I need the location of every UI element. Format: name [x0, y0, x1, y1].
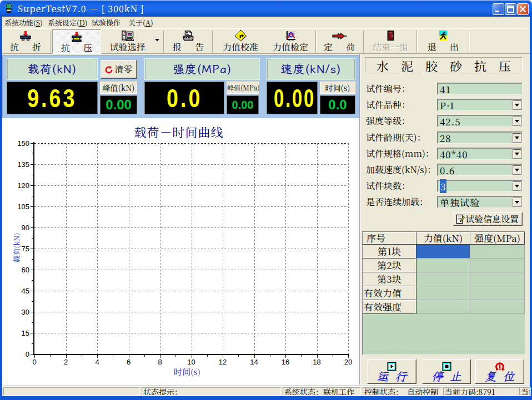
toolbar-test-select-label: 试验选择 [103, 42, 152, 52]
load-rate-combo[interactable]: 0.6 [437, 164, 523, 176]
table-cell-strength-1[interactable] [470, 245, 525, 259]
stop-button[interactable]: 停止 [422, 359, 471, 384]
menu-system-functions[interactable]: 系统功能(S) [1, 17, 47, 28]
toolbar-force-calibration-button[interactable]: 力值校准 [214, 30, 267, 53]
close-button[interactable] [517, 3, 529, 15]
svg-text:14: 14 [250, 358, 258, 366]
toolbar-report-button[interactable]: 报告 [165, 30, 211, 53]
svg-text:120: 120 [17, 181, 29, 190]
status-panel-empty [3, 387, 140, 396]
reset-button[interactable]: 复位 [475, 359, 524, 384]
toolbar-force-verification-label: 力值检定 [267, 42, 314, 52]
table-cell-force-effective[interactable] [416, 300, 470, 314]
menu-system-settings[interactable]: 系统设定(D) [44, 17, 91, 28]
toolbar-test-select-dropdown[interactable] [152, 30, 161, 53]
reset-label: 复位 [475, 370, 524, 382]
svg-text:30: 30 [22, 308, 29, 316]
block-count-combo[interactable]: 3 [437, 180, 523, 192]
toolbar-separator [416, 31, 418, 53]
compression-test-icon [53, 32, 101, 42]
panel-divider [359, 54, 362, 384]
svg-text:20: 20 [344, 358, 352, 366]
titlebar[interactable]: SuperTestV7.0 － [ 300kN ] [0, 0, 532, 17]
combo-arrow-icon [515, 104, 519, 107]
calibration-sign-icon [214, 31, 267, 40]
toolbar-test-select-button[interactable]: 试验选择 [103, 30, 152, 53]
load-rate-label: 加载速度(kN/s)： [366, 164, 436, 176]
chart-magnifier-icon [267, 31, 314, 40]
printer-icon [165, 31, 211, 40]
speed-panel-header: 速度(kN/s) [267, 58, 355, 80]
time-display: 0.0 [320, 95, 355, 114]
speed-value-display: 0.00 [267, 82, 318, 114]
table-cell-force-1[interactable] [416, 245, 470, 259]
combo-arrow-icon [515, 136, 519, 139]
app-icon [4, 3, 14, 13]
svg-text:2: 2 [64, 358, 68, 366]
toolbar-report-label: 报告 [165, 42, 211, 52]
menubar: 系统功能(S) 系统设定(D) 试验操作 关于(A) [2, 17, 530, 28]
strength-peak-label: 峰值(MPa) [227, 82, 259, 94]
table-row-label: 第3块 [363, 272, 416, 286]
load-value-display: 9.63 [7, 82, 98, 114]
combo-dropdown-button[interactable] [512, 116, 521, 126]
results-table: 序号 力值(kN) 强度(MPa) 第1块 第2块 第3块 有效力值 有效强度 [362, 231, 525, 355]
svg-text:75: 75 [22, 245, 29, 253]
toolbar-separator [212, 31, 213, 53]
combo-dropdown-button[interactable] [512, 197, 521, 207]
toolbar-flexural-button[interactable]: 抗折 [3, 30, 48, 53]
table-cell-strength-3[interactable] [470, 272, 525, 286]
clear-button[interactable]: 清零 [101, 60, 137, 78]
menu-test-operation[interactable]: 试验操作 [88, 17, 124, 28]
exit-runner-icon [419, 31, 467, 40]
run-button[interactable]: 运行 [367, 359, 416, 384]
combo-arrow-icon [515, 185, 519, 188]
combo-dropdown-button[interactable] [512, 100, 521, 110]
toolbar-end-group-button[interactable]: 结束一组 [366, 30, 415, 53]
toolbar-force-verification-button[interactable]: 力值检定 [267, 30, 314, 53]
svg-text:150: 150 [17, 139, 29, 148]
specimen-number-input[interactable]: 41 [437, 83, 523, 95]
specimen-type-combo[interactable]: P·I [437, 99, 523, 111]
red-arrow-icon [318, 31, 361, 40]
test-info-settings-button[interactable]: 试验信息设置 [453, 212, 523, 226]
menu-about[interactable]: 关于(A) [124, 17, 157, 28]
table-row-label: 有效力值 [363, 286, 416, 300]
specimen-size-combo[interactable]: 40*40 [437, 148, 523, 160]
run-label: 运行 [368, 370, 416, 382]
combo-arrow-icon [515, 201, 519, 204]
minimize-button[interactable] [493, 3, 504, 15]
specimen-number-label: 试件编号： [366, 83, 410, 95]
toolbar-compression-button[interactable]: 抗压 [52, 29, 101, 54]
table-cell-strength-effective[interactable] [470, 300, 525, 314]
table-cell-force-valid[interactable] [416, 286, 470, 300]
maximize-button[interactable] [505, 3, 516, 15]
toolbar-separator [469, 31, 470, 53]
combo-dropdown-button[interactable] [512, 165, 521, 175]
computer-icon [103, 31, 152, 40]
continuous-load-combo[interactable]: 单独试验 [437, 196, 523, 208]
table-cell-strength-2[interactable] [470, 259, 525, 272]
combo-dropdown-button[interactable] [512, 149, 521, 159]
strength-grade-combo[interactable]: 42.5 [437, 115, 523, 127]
svg-text:6: 6 [127, 358, 131, 366]
specimen-age-combo[interactable]: 28 [437, 131, 523, 144]
combo-arrow-icon [515, 120, 519, 123]
status-panel-current: 当前 [519, 387, 531, 396]
toolbar-compression-label: 抗压 [53, 42, 101, 53]
block-count-label: 试件块数： [366, 180, 410, 192]
table-cell-force-3[interactable] [416, 272, 470, 286]
strength-panel-header: 强度(MPa) [144, 58, 260, 80]
table-cell-strength-valid[interactable] [470, 286, 525, 300]
svg-text:12: 12 [219, 358, 227, 366]
load-time-chart: 0153045607590105120135150024681012141618… [2, 118, 359, 385]
table-row-label: 有效强度 [363, 300, 416, 314]
combo-dropdown-button[interactable] [512, 133, 521, 143]
toolbar-exit-button[interactable]: 退出 [419, 30, 467, 53]
table-cell-force-2[interactable] [416, 259, 470, 272]
toolbar-constant-load-button[interactable]: 定荷 [318, 30, 361, 53]
combo-dropdown-button[interactable] [512, 181, 521, 191]
load-peak-label: 峰值(kN) [100, 82, 137, 94]
stop-label: 停止 [423, 370, 470, 382]
svg-text:45: 45 [22, 287, 29, 295]
